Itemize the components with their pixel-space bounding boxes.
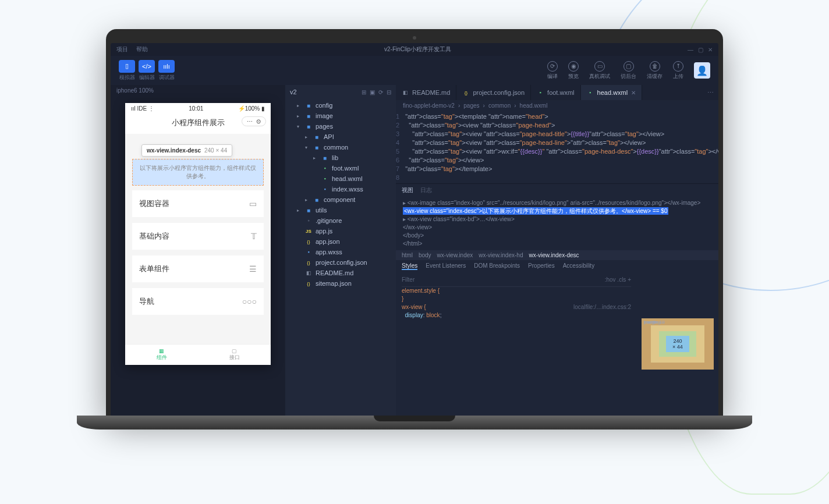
menu-project[interactable]: 项目 [116,45,128,54]
tree-root[interactable]: v2 [290,88,297,95]
minimize-icon[interactable]: — [688,47,693,53]
tree-item[interactable]: ▸■image [285,111,396,121]
close-icon[interactable]: ✕ [708,47,713,53]
grid-icon: ▦ [125,348,198,354]
breadcrumb: fino-applet-demo-v2›pages›common›head.wx… [396,100,718,111]
path-segment[interactable]: html [402,252,413,258]
path-segment[interactable]: wx-view.index [437,252,473,258]
box-model: margin 10 border – padding – 240 × 44 [637,272,718,416]
tree-item[interactable]: ▪index.wxss [285,184,396,194]
action-background[interactable]: ▢切后台 [621,61,636,80]
list-item[interactable]: 表单组件☰ [132,255,264,282]
styles-tab[interactable]: Accessibility [563,262,594,270]
tree-item[interactable]: ▫.gitignore [285,215,396,226]
action-compile[interactable]: ⟳编译 [547,61,558,80]
status-battery: ⚡100% ▮ [238,105,265,112]
title-bar: 项目 帮助 v2-FinClip小程序开发工具 — ▢ ✕ [111,43,718,56]
maximize-icon[interactable]: ▢ [698,47,703,53]
tree-item[interactable]: ▪app.wxss [285,247,396,257]
nav-icon: ○○○ [242,297,257,306]
tree-item[interactable]: {}app.json [285,236,396,247]
action-remote-debug[interactable]: ▭真机调试 [589,61,610,80]
dom-tree[interactable]: ▸ <wx-image class="index-logo" src="../r… [396,197,718,250]
styles-tab[interactable]: Event Listeners [426,262,466,270]
device-label: iphone6 100% [111,85,285,96]
tool-simulator[interactable]: ▯模拟器 [119,60,135,81]
new-file-icon[interactable]: ⊞ [362,89,366,95]
tab-component[interactable]: ▦组件 [125,345,198,365]
tab-readme[interactable]: ◧README.md [396,85,456,100]
tree-item[interactable]: ▸■component [285,194,396,205]
wxml-icon: ▪ [587,90,594,95]
refresh-icon[interactable]: ⟳ [378,89,383,95]
list-item[interactable]: 视图容器▭ [132,190,264,217]
path-segment[interactable]: wx-view.index-hd [479,252,523,258]
devtools-tab-log[interactable]: 日志 [420,186,432,194]
devtools-tab-view[interactable]: 视图 [402,186,413,194]
close-tab-icon[interactable]: ✕ [631,90,636,96]
devtools: 视图 日志 ▸ <wx-image class="index-logo" src… [396,183,718,416]
editor-tabs: ◧README.md {}project.config.json ▪foot.w… [396,85,718,100]
collapse-icon[interactable]: ⊟ [387,89,391,95]
tabs-more-icon[interactable]: ⋯ [703,89,718,97]
tree-item[interactable]: ▸■utils [285,205,396,215]
action-upload[interactable]: ⤒上传 [673,61,683,80]
tree-item[interactable]: {}project.config.json [285,257,396,268]
json-icon: {} [462,90,469,95]
filter-controls[interactable]: :hov .cls + [605,276,631,284]
element-path[interactable]: htmlbodywx-view.indexwx-view.index-hdwx-… [396,250,718,260]
laptop-frame: 项目 帮助 v2-FinClip小程序开发工具 — ▢ ✕ ▯模拟器 </>编辑… [106,29,723,430]
styles-tab[interactable]: DOM Breakpoints [474,262,520,270]
new-folder-icon[interactable]: ▣ [370,89,375,95]
page-title: 小程序组件展示 [172,118,225,127]
container-icon: ▭ [249,199,257,208]
file-tree-pane: v2 ⊞ ▣ ⟳ ⊟ ▸■config▸■image▾■pages▸■API▾■… [285,85,396,416]
code-editor[interactable]: 12345678 "attr">class="tag"><template "a… [396,111,718,183]
tab-head-wxml[interactable]: ▪head.wxml✕ [581,85,643,100]
phone-frame: ııl IDE ⋮ 10:01 ⚡100% ▮ 小程序组件展示 ⋯⊙ wx-vi… [125,103,271,365]
window-title: v2-FinClip小程序开发工具 [148,45,688,54]
tree-item[interactable]: JSapp.js [285,226,396,236]
styles-panel[interactable]: Filter :hov .cls + element.style {}</spa… [396,272,637,416]
path-segment[interactable]: body [419,252,431,258]
tool-debugger[interactable]: ıılı调试器 [158,60,175,81]
tool-editor[interactable]: </>编辑器 [139,60,155,81]
tree-item[interactable]: ▸■lib [285,152,396,163]
api-icon: ▢ [198,348,271,354]
highlighted-element[interactable]: 以下将展示小程序官方组件能力，组件样式仅供参考。 [132,159,264,186]
tree-item[interactable]: {}sitemap.json [285,278,396,289]
tree-item[interactable]: ▪head.wxml [285,173,396,184]
list-item[interactable]: 导航○○○ [132,288,264,315]
path-segment[interactable]: wx-view.index-desc [529,252,579,258]
tab-foot-wxml[interactable]: ▪foot.wxml [531,85,580,100]
action-clear-cache[interactable]: 🗑清缓存 [647,61,663,80]
inspector-tooltip: wx-view.index-desc 240 × 44 [141,144,232,157]
tree-item[interactable]: ▸■API [285,132,396,142]
avatar[interactable]: 👤 [694,62,710,79]
text-icon: 𝕋 [251,232,257,241]
styles-tab[interactable]: Properties [528,262,555,270]
tree-item[interactable]: ▪foot.wxml [285,163,396,173]
toolbar: ▯模拟器 </>编辑器 ıılı调试器 ⟳编译 ◉预览 ▭真机调试 ▢切后台 🗑… [111,56,718,85]
styles-tab[interactable]: Styles [402,262,417,270]
tree-item[interactable]: ▸■config [285,100,396,111]
tab-api[interactable]: ▢接口 [198,345,271,365]
markdown-icon: ◧ [402,90,409,95]
tab-project-config[interactable]: {}project.config.json [456,85,531,100]
simulator-pane: iphone6 100% ııl IDE ⋮ 10:01 ⚡100% ▮ 小程序… [111,85,285,416]
form-icon: ☰ [249,264,257,274]
menu-help[interactable]: 帮助 [136,45,148,54]
tree-item[interactable]: ◧README.md [285,268,396,278]
tree-item[interactable]: ▾■common [285,142,396,152]
status-time: 10:01 [189,105,203,112]
wxml-icon: ▪ [537,90,544,95]
status-carrier: ııl IDE ⋮ [131,105,154,112]
list-item[interactable]: 基础内容𝕋 [132,223,264,250]
capsule-buttons[interactable]: ⋯⊙ [242,116,266,126]
action-preview[interactable]: ◉预览 [568,61,579,80]
filter-input[interactable]: Filter [402,276,414,284]
tree-item[interactable]: ▾■pages [285,121,396,132]
